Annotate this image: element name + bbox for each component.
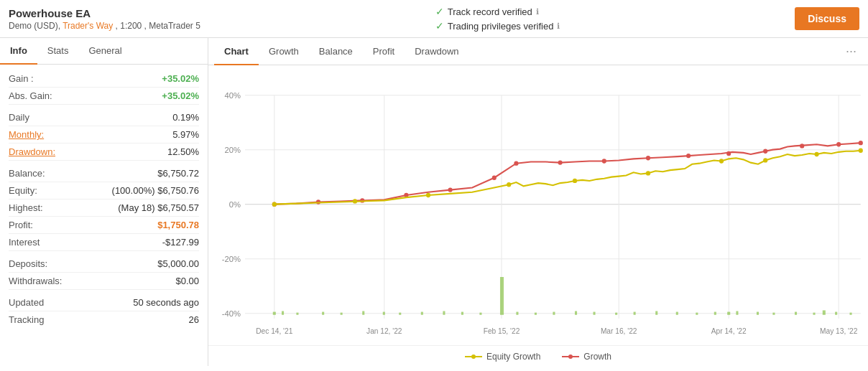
highest-label: Highest: [9,202,43,213]
svg-point-70 [859,141,863,145]
svg-rect-38 [575,311,577,315]
svg-text:-20%: -20% [222,255,241,263]
svg-point-78 [763,158,767,162]
check-icon-2: ✓ [435,20,444,32]
svg-point-74 [507,182,511,187]
info-icon-2[interactable]: ℹ [557,22,560,31]
tracking-label: Tracking [9,314,44,325]
chart-tabs: Chart Growth Balance Profit Drawdown ··· [208,38,868,65]
tab-general[interactable]: General [78,38,131,65]
highest-value: (May 18) $6,750.57 [118,202,199,213]
svg-text:40%: 40% [224,91,240,100]
monthly-value: 5.97% [172,129,199,140]
svg-rect-40 [615,313,617,315]
abs-gain-value: +35.02% [162,90,199,101]
chart-tab-growth[interactable]: Growth [259,39,309,65]
svg-rect-30 [421,312,423,315]
svg-rect-26 [341,313,343,315]
svg-rect-41 [634,312,636,315]
svg-rect-25 [322,312,324,315]
svg-text:20%: 20% [224,146,240,154]
svg-rect-35 [516,312,518,315]
svg-text:Apr 14, '22: Apr 14, '22 [711,327,747,335]
svg-point-68 [800,144,804,148]
monthly-link[interactable]: Monthly: [9,129,44,140]
svg-point-67 [763,149,767,154]
verified-label-2: Trading privileges verified [448,21,554,32]
svg-text:Feb 15, '22: Feb 15, '22 [484,327,520,335]
svg-rect-31 [443,311,445,315]
right-panel: Chart Growth Balance Profit Drawdown ···… [208,38,868,366]
svg-rect-44 [696,313,698,315]
equity-row: Equity: (100.00%) $6,750.76 [9,182,199,199]
svg-rect-47 [757,312,759,315]
account-info: Powerhouse EA Demo (USD), Trader's Way ,… [9,7,200,31]
trader-link[interactable]: Trader's Way [63,21,113,31]
interest-label: Interest [9,237,40,248]
svg-rect-32 [461,312,463,315]
svg-rect-22 [273,312,276,315]
account-subtitle: Demo (USD), Trader's Way , 1:200 , MetaT… [9,21,200,31]
svg-rect-45 [714,312,716,315]
svg-point-76 [646,171,650,175]
growth-label: Growth [583,352,611,362]
legend-growth: Growth [562,352,611,362]
growth-legend-line [562,353,579,360]
svg-text:May 13, '22: May 13, '22 [820,327,858,335]
profit-value: $1,750.78 [157,220,199,230]
chart-tab-balance[interactable]: Balance [309,39,363,65]
svg-point-79 [815,152,819,156]
svg-rect-43 [676,312,678,315]
svg-point-62 [558,160,563,164]
withdrawals-label: Withdrawals: [9,276,62,286]
svg-point-60 [492,176,497,180]
withdrawals-row: Withdrawals: $0.00 [9,273,199,290]
balance-value: $6,750.72 [157,168,199,179]
tab-info[interactable]: Info [0,38,37,65]
equity-growth-legend-line [465,353,482,360]
svg-text:0%: 0% [229,200,241,209]
svg-point-84 [568,354,573,359]
tab-stats[interactable]: Stats [37,38,79,65]
balance-row: Balance: $6,750.72 [9,165,199,182]
svg-rect-27 [362,311,364,315]
svg-rect-46 [736,311,738,315]
updated-value: 50 seconds ago [133,297,199,308]
discuss-button[interactable]: Discuss [795,7,859,30]
svg-rect-33 [479,313,481,315]
track-record-verified: ✓ Track record verified ℹ [435,6,560,17]
drawdown-link[interactable]: Drawdown: [9,146,55,157]
abs-gain-label: Abs. Gain: [9,90,52,101]
updated-label: Updated [9,297,44,308]
chart-legend: Equity Growth Growth [208,345,868,366]
svg-point-75 [573,179,577,183]
svg-point-64 [646,156,650,160]
svg-rect-51 [795,312,797,315]
balance-label: Balance: [9,168,45,179]
left-panel: Info Stats General Gain : +35.02% Abs. G… [0,38,208,366]
svg-point-65 [686,154,691,158]
abs-gain-row: Abs. Gain: +35.02% [9,88,199,105]
svg-point-72 [353,199,357,203]
svg-rect-42 [655,311,657,315]
svg-point-69 [836,142,841,146]
svg-rect-50 [823,310,826,314]
svg-rect-54 [850,313,852,315]
chart-tab-drawdown[interactable]: Drawdown [405,39,468,65]
drawdown-value: 12.50% [167,146,199,157]
svg-point-82 [471,354,476,359]
svg-point-77 [719,159,724,163]
account-title: Powerhouse EA [9,7,200,19]
drawdown-row: Drawdown: 12.50% [9,144,199,161]
svg-point-73 [426,193,430,197]
chart-tab-chart[interactable]: Chart [214,39,259,65]
updated-row: Updated 50 seconds ago [9,294,199,311]
svg-rect-34 [500,277,504,315]
chart-tab-profit[interactable]: Profit [363,39,405,65]
svg-text:-40%: -40% [222,309,241,318]
info-icon-1[interactable]: ℹ [536,7,539,17]
withdrawals-value: $0.00 [175,276,199,286]
svg-text:Mar 16, '22: Mar 16, '22 [601,327,637,335]
gain-row: Gain : +35.02% [9,70,199,88]
chart-menu-icon[interactable]: ··· [840,38,862,65]
